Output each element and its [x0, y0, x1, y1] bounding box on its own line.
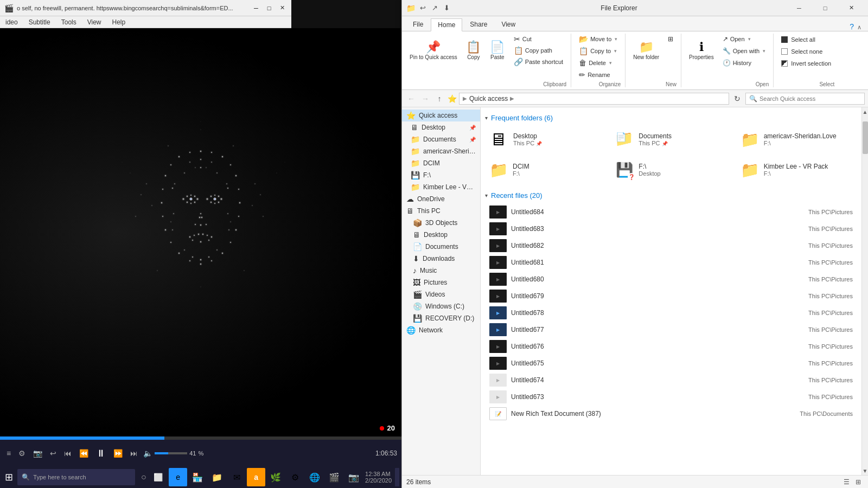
delete-button[interactable]: 🗑 Delete ▾ [576, 57, 621, 68]
frequent-folders-header[interactable]: ▾ Frequent folders (6) [485, 114, 857, 122]
sidebar-item-downloads[interactable]: ⬇ Downloads [402, 253, 480, 265]
taskbar-cortana-button[interactable]: ○ [137, 469, 150, 485]
fe-minimize-button[interactable]: ─ [787, 1, 812, 16]
move-to-button[interactable]: 📂 Move to ▾ [576, 34, 621, 44]
folder-item-americavr[interactable]: 📁 americavr-Sheridan.Love F:\ [736, 126, 857, 152]
taskbar-taskview-button[interactable]: ⬜ [152, 469, 164, 485]
vlc-menu-subtitle[interactable]: Subtitle [27, 17, 53, 27]
nav-forward-button[interactable]: → [419, 93, 431, 105]
vlc-play-btn[interactable]: ⏸ [94, 447, 108, 460]
fe-scrollbar[interactable]: ▲ ▼ [861, 107, 868, 475]
vlc-volume-bar[interactable] [155, 452, 187, 454]
file-item-673[interactable]: ▶ Untitled673 This PC\Pictures [485, 389, 857, 405]
nav-refresh-button[interactable]: ↻ [731, 93, 743, 105]
invert-selection-button[interactable]: Invert selection [778, 57, 834, 69]
vlc-close-button[interactable]: ✕ [277, 3, 287, 13]
copy-to-button[interactable]: 📋 Copy to ▾ [576, 46, 621, 56]
select-none-button[interactable]: Select none [778, 46, 834, 57]
fe-maximize-button[interactable]: □ [813, 1, 838, 16]
file-item-richtxt[interactable]: 📝 New Rich Text Document (387) This PC\D… [485, 406, 857, 422]
taskbar-folder-icon[interactable]: 📁 [208, 468, 226, 486]
sidebar-item-documents[interactable]: 📁 Documents 📌 [402, 133, 480, 145]
paste-button[interactable]: 📄 Paste [487, 34, 508, 68]
tab-home[interactable]: Home [431, 18, 462, 31]
properties-button[interactable]: ℹ Properties [686, 34, 717, 68]
vlc-loop-btn[interactable]: ↩ [48, 448, 59, 459]
taskbar-edge-icon[interactable]: e [169, 468, 187, 486]
tab-view[interactable]: View [495, 18, 522, 31]
file-item-682[interactable]: ▶ Untitled682 This PC\Pictures [485, 237, 857, 254]
scroll-track[interactable] [862, 116, 869, 466]
vlc-progress-bar[interactable] [0, 436, 401, 440]
details-view-button[interactable]: ☰ [841, 477, 852, 487]
start-button[interactable]: ⊞ [2, 468, 15, 486]
file-item-681[interactable]: ▶ Untitled681 This PC\Pictures [485, 254, 857, 271]
fe-ribbon-collapse-icon[interactable]: ∧ [857, 24, 864, 31]
taskbar-search[interactable]: 🔍 Type here to search [17, 469, 135, 485]
sidebar-item-fbackslash[interactable]: 💾 F:\ [402, 169, 480, 181]
taskbar-mail-icon[interactable]: ✉ [227, 468, 246, 486]
fe-help-icon[interactable]: ? [850, 22, 856, 31]
file-item-675[interactable]: ▶ Untitled675 This PC\Pictures [485, 355, 857, 371]
sidebar-item-pictures[interactable]: 🖼 Pictures [402, 277, 480, 288]
open-btn[interactable]: ↗ Open ▾ [719, 34, 769, 44]
easy-access-button[interactable]: ⊞ [665, 34, 676, 44]
vlc-snapshot-btn[interactable]: 📷 [31, 448, 44, 459]
open-with-btn[interactable]: 🔧 Open with ▾ [719, 46, 769, 56]
scroll-down-button[interactable]: ▼ [862, 466, 869, 475]
address-bar[interactable]: ▶ Quick access ▶ [459, 93, 729, 105]
tab-file[interactable]: File [406, 18, 430, 31]
folder-item-dcim[interactable]: 📁 DCIM F:\ [485, 157, 606, 183]
sidebar-item-documents2[interactable]: 📄 Documents [402, 241, 480, 253]
taskbar-vlc-icon[interactable]: 🎬 [325, 468, 343, 486]
taskbar-camera-icon[interactable]: 📷 [344, 468, 363, 486]
nav-up-button[interactable]: ↑ [433, 93, 445, 105]
rename-button[interactable]: ✏ Rename [576, 69, 621, 80]
sidebar-item-kimberlee[interactable]: 📁 Kimber Lee - VR Pac [402, 181, 480, 193]
scroll-thumb[interactable] [863, 121, 868, 154]
folder-item-fbackslash[interactable]: 💾 ❓ F:\ Desktop [610, 157, 731, 183]
sidebar-item-quick-access[interactable]: ⭐ Quick access [402, 110, 480, 121]
select-all-button[interactable]: ✓ Select all [778, 34, 834, 46]
history-btn[interactable]: 🕐 History [719, 57, 769, 68]
search-input[interactable] [760, 95, 861, 102]
copy-path-button[interactable]: 📋 Copy path [510, 45, 566, 56]
file-item-680[interactable]: ▶ Untitled680 This PC\Pictures [485, 271, 857, 287]
copy-button[interactable]: 📋 Copy [463, 34, 484, 68]
sidebar-item-windows-c[interactable]: 💿 Windows (C:) [402, 300, 480, 312]
sidebar-item-thispc[interactable]: 🖥 This PC [402, 205, 480, 217]
fe-quick-icon1[interactable]: ↩ [418, 3, 427, 13]
large-icons-view-button[interactable]: ⊞ [853, 477, 864, 487]
folder-item-desktop[interactable]: 🖥 Desktop This PC 📌 [485, 126, 606, 152]
file-item-674[interactable]: ▶ Untitled674 This PC\Pictures [485, 372, 857, 388]
folder-item-documents[interactable]: 📁 📄 Documents This PC 📌 [610, 126, 731, 152]
search-box[interactable]: 🔍 [745, 93, 865, 105]
sidebar-item-3dobjects[interactable]: 📦 3D Objects [402, 217, 480, 229]
file-item-679[interactable]: ▶ Untitled679 This PC\Pictures [485, 288, 857, 304]
sidebar-item-onedrive[interactable]: ☁ OneDrive [402, 193, 480, 205]
fe-quick-icon3[interactable]: ⬇ [442, 3, 451, 13]
fe-close-button[interactable]: ✕ [839, 1, 864, 16]
file-item-676[interactable]: ▶ Untitled676 This PC\Pictures [485, 338, 857, 355]
pin-to-quick-access-button[interactable]: 📌 Pin to Quick access [406, 34, 461, 68]
paste-shortcut-button[interactable]: 🔗 Paste shortcut [510, 56, 566, 67]
new-folder-button[interactable]: 📁 New folder [630, 34, 662, 68]
file-item-678[interactable]: ▶ Untitled678 This PC\Pictures [485, 305, 857, 321]
sidebar-item-desktop2[interactable]: 🖥 Desktop [402, 229, 480, 241]
scroll-up-button[interactable]: ▲ [862, 107, 869, 116]
vlc-menu-video[interactable]: ideo [3, 17, 20, 27]
cut-button[interactable]: ✂ Cut [510, 34, 566, 44]
vlc-backward-btn[interactable]: ⏪ [77, 448, 91, 459]
vlc-playlist-btn[interactable]: ≡ [4, 448, 13, 459]
taskbar-browser-icon[interactable]: 🌐 [305, 468, 324, 486]
sidebar-item-dcim[interactable]: 📁 DCIM [402, 157, 480, 169]
vlc-extended-btn[interactable]: ⚙ [16, 448, 28, 459]
taskbar-amazon-icon[interactable]: a [247, 468, 265, 486]
taskbar-app7-icon[interactable]: ⚙ [286, 468, 304, 486]
sidebar-item-recovery-d[interactable]: 💾 RECOVERY (D:) [402, 312, 480, 324]
tab-share[interactable]: Share [463, 18, 494, 31]
file-item-683[interactable]: ▶ Untitled683 This PC\Pictures [485, 221, 857, 237]
vlc-menu-help[interactable]: Help [110, 17, 128, 27]
vlc-menu-view[interactable]: View [85, 17, 104, 27]
sidebar-item-videos[interactable]: 🎬 Videos [402, 288, 480, 300]
